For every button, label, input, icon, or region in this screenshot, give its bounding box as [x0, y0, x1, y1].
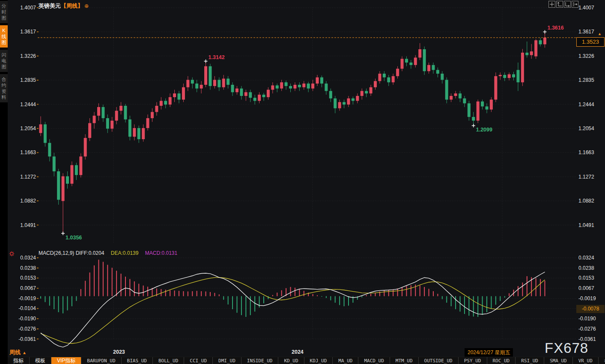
candle-body — [325, 84, 328, 91]
candle-body — [293, 85, 296, 89]
candle-body — [249, 92, 252, 98]
candle-body — [392, 76, 395, 82]
period-selector-label: 周线 — [9, 349, 21, 355]
sidebar-item-0[interactable]: 分时图 — [0, 1, 8, 23]
indicator-button[interactable]: ROC_UD — [487, 357, 516, 364]
macd-indicator-header: MACD(26,12,9) DIFF:0.0204 DEA:0.0139 MAC… — [39, 250, 177, 256]
candle-body — [218, 80, 221, 87]
indicator-button[interactable]: MACD_UD — [358, 357, 390, 364]
price-axis-label: 1.3617 — [578, 29, 594, 35]
candle-body — [436, 70, 439, 74]
price-axis-label: 1.2835 — [8, 77, 36, 83]
indicator-button[interactable]: RSI_UD — [516, 357, 544, 364]
toolbar-tab-2[interactable]: VIP指标 — [51, 357, 81, 364]
indicator-button[interactable]: BIAS_UD — [122, 357, 153, 364]
indicator-button[interactable]: MA_UD — [333, 357, 358, 364]
period-tag: 【周线】 — [61, 3, 83, 9]
candle-body — [44, 124, 47, 143]
toolbar-tab-0[interactable]: 指标 — [8, 357, 30, 364]
candle-body — [423, 49, 426, 71]
macd-axis-label: -0.0276 — [578, 326, 596, 332]
crosshair-icon[interactable]: ⊕ — [84, 3, 89, 9]
indicator-button[interactable]: KD_UD — [278, 357, 304, 364]
candle-body — [155, 106, 158, 112]
price-axis-label: 1.3226 — [578, 53, 594, 59]
indicator-button[interactable]: VR_UD — [573, 357, 599, 364]
price-axis-label: 1.4007 — [8, 5, 36, 11]
indicator-button[interactable]: BARUPDN_UD — [81, 357, 121, 364]
candle-body — [459, 93, 462, 98]
candle-body — [486, 107, 489, 110]
candle-body — [84, 138, 87, 156]
indicator-button[interactable]: KDJ_UD — [304, 357, 333, 364]
candle-body — [503, 75, 506, 78]
candle-body — [343, 102, 346, 104]
indicator-button[interactable]: DMI_UD — [213, 357, 241, 364]
candle-body — [525, 53, 528, 55]
macd-axis-label: 0.0238 — [578, 265, 594, 271]
sidebar-item-3[interactable]: 合约资料 — [0, 74, 8, 102]
year-tick-label: 2023 — [113, 349, 125, 355]
candle-body — [160, 101, 163, 106]
candle-body — [508, 74, 511, 78]
candle-body — [133, 128, 136, 137]
x-axis-row: 周线▲ 2024/12/27 星期五 20232024 — [0, 348, 605, 356]
candle-body — [370, 87, 373, 93]
macd-axis-label: 0.0067 — [578, 285, 594, 291]
indicator-button[interactable]: PSY_UD — [459, 357, 487, 364]
candle-body — [320, 78, 323, 84]
more-indicators-button[interactable]: >> — [599, 357, 605, 364]
year-tick-label: 2024 — [292, 349, 304, 355]
candle-body — [115, 111, 118, 121]
candle-body — [182, 87, 185, 100]
y-axis-adjust-icon[interactable] — [556, 1, 563, 8]
candle-body — [39, 124, 42, 133]
price-annotation: 1.2099 — [476, 127, 492, 133]
indicator-button[interactable]: SMA_UD — [544, 357, 573, 364]
candle-body — [119, 106, 122, 111]
macd-axis-label: 0.0238 — [8, 265, 36, 271]
candle-body — [164, 101, 167, 105]
dea-value-label: DEA:0.0139 — [111, 250, 139, 256]
candle-body — [499, 75, 502, 76]
candle-body — [70, 165, 73, 184]
price-up-arrow-icon: ▲ — [598, 32, 602, 36]
sidebar-item-1[interactable]: K线图 — [0, 25, 8, 48]
indicator-button[interactable]: CCI_UD — [184, 357, 213, 364]
pan-icon[interactable] — [548, 1, 555, 8]
toolbar-tab-1[interactable]: 模板 — [30, 357, 51, 364]
candle-body — [302, 84, 305, 87]
macd-axis-label: 0.0067 — [8, 285, 36, 291]
candle-body — [79, 156, 82, 175]
candle-body — [427, 65, 430, 71]
candle-body — [445, 80, 448, 99]
sidebar-item-2[interactable]: 闪电图 — [0, 50, 8, 72]
period-selector[interactable]: 周线▲ — [9, 349, 27, 356]
indicator-button[interactable]: MTM_UD — [390, 357, 419, 364]
candle-body — [356, 96, 359, 101]
chart-canvas[interactable] — [0, 0, 605, 364]
macd-axis-label: 0.0153 — [8, 275, 36, 281]
indicator-button[interactable]: OUTSIDE_UD — [419, 357, 459, 364]
price-annotation: 1.3142 — [209, 54, 225, 60]
indicator-button[interactable]: INSIDE_UD — [241, 357, 279, 364]
candle-body — [418, 49, 421, 57]
candle-body — [530, 51, 533, 55]
indicator-button[interactable]: BOLL_UD — [153, 357, 184, 364]
candle-body — [93, 116, 96, 123]
macd-axis-label: -0.0276 — [8, 326, 36, 332]
candle-body — [534, 40, 537, 57]
x-axis-adjust-icon[interactable] — [564, 1, 571, 8]
candle-body — [276, 85, 279, 88]
candle-body — [329, 91, 332, 98]
macd-settings-icon[interactable] — [9, 251, 15, 258]
candle-body — [244, 92, 247, 96]
macd-axis-label: -0.0019 — [578, 295, 596, 301]
candle-body — [253, 98, 256, 101]
candle-body — [240, 89, 243, 96]
candle-body — [307, 84, 310, 89]
shift-right-icon[interactable] — [572, 1, 578, 8]
candle-body — [463, 98, 466, 104]
candle-body — [258, 95, 261, 101]
price-axis-label: 1.2835 — [578, 77, 594, 83]
